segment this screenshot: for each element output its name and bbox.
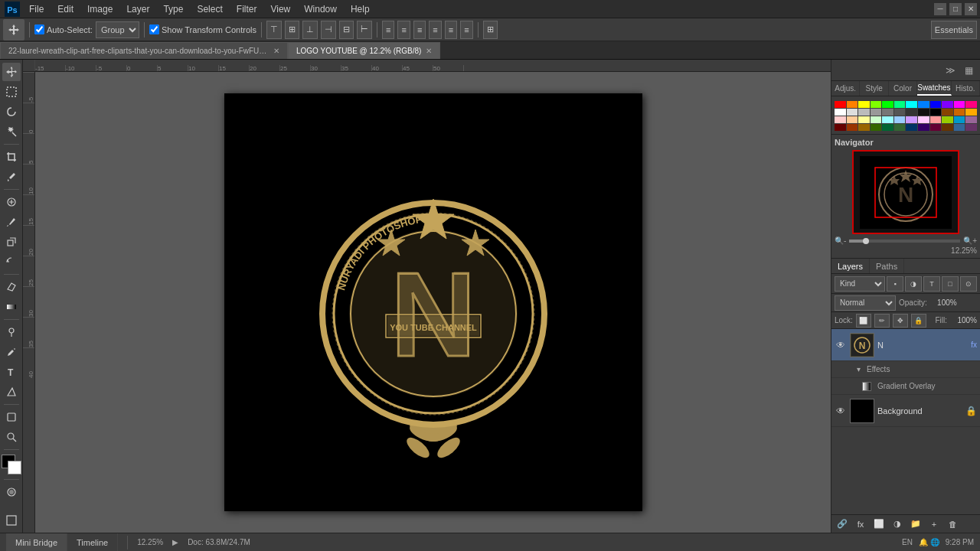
gradient-tool[interactable] bbox=[2, 298, 21, 316]
canvas-viewport[interactable]: N N YOU TUBE CHANNEL NURYADI PHOTOSHOP bbox=[35, 72, 831, 533]
swatch-near-black[interactable] bbox=[918, 109, 929, 116]
swatch-sienna[interactable] bbox=[942, 124, 953, 131]
essentials-button[interactable]: Essentials bbox=[931, 21, 977, 39]
swatch-cyan[interactable] bbox=[906, 101, 917, 108]
close-button[interactable]: ✕ bbox=[965, 3, 977, 15]
dodge-tool[interactable] bbox=[2, 323, 21, 341]
layer-adjustment-filter-icon[interactable]: ◑ bbox=[905, 276, 922, 292]
show-transform-checkbox[interactable]: Show Transform Controls bbox=[149, 24, 256, 34]
swatch-rose[interactable] bbox=[965, 101, 977, 108]
layer-mask-icon[interactable]: ⬜ bbox=[871, 517, 887, 531]
distribute-center-button[interactable]: ≡ bbox=[397, 21, 410, 39]
screen-mode-tool[interactable] bbox=[2, 511, 21, 530]
layer-pixel-filter-icon[interactable]: ▪ bbox=[887, 276, 903, 292]
auto-select-checkbox[interactable]: Auto-Select: bbox=[34, 24, 93, 34]
swatch-light-yellow[interactable] bbox=[858, 116, 870, 123]
shape-tool[interactable] bbox=[2, 408, 21, 426]
swatch-light-cyan[interactable] bbox=[882, 116, 893, 123]
layers-tab[interactable]: Layers bbox=[831, 259, 870, 273]
swatch-dark-purple[interactable] bbox=[965, 124, 977, 131]
crop-tool[interactable] bbox=[2, 148, 21, 166]
swatch-dark-rose[interactable] bbox=[930, 124, 942, 131]
layer-style-icon[interactable]: fx bbox=[853, 517, 868, 531]
swatch-white[interactable] bbox=[835, 109, 846, 116]
layer-shape-filter-icon[interactable]: □ bbox=[942, 276, 959, 292]
style-tab[interactable]: Style bbox=[860, 81, 888, 96]
swatch-red[interactable] bbox=[835, 101, 846, 108]
swatch-gray2[interactable] bbox=[871, 109, 882, 116]
menu-edit[interactable]: Edit bbox=[51, 2, 80, 16]
tab-0-close[interactable]: ✕ bbox=[273, 47, 279, 55]
tab-1[interactable]: LOGO YOUTUBE @ 12.2% (RGB/8) ✕ bbox=[288, 42, 440, 59]
brush-tool[interactable] bbox=[2, 213, 21, 231]
effects-toggle-icon[interactable]: ▾ bbox=[853, 364, 864, 375]
distribute-right-button[interactable]: ≡ bbox=[460, 21, 472, 39]
lock-pixels-button[interactable]: ✏ bbox=[874, 314, 890, 328]
swatch-lime[interactable] bbox=[871, 101, 882, 108]
swatch-purple[interactable] bbox=[965, 116, 977, 123]
clone-tool[interactable] bbox=[2, 233, 21, 251]
swatch-dark-green2[interactable] bbox=[894, 124, 906, 131]
menu-filter[interactable]: Filter bbox=[230, 2, 263, 16]
layer-effects-item[interactable]: ▾ Effects bbox=[831, 361, 980, 378]
swatch-light-pink2[interactable] bbox=[918, 116, 929, 123]
swatch-azure[interactable] bbox=[918, 101, 929, 108]
swatch-brown[interactable] bbox=[942, 109, 953, 116]
layer-background[interactable]: 👁 Background 🔒 bbox=[831, 395, 980, 427]
maximize-button[interactable]: □ bbox=[949, 3, 962, 15]
menu-type[interactable]: Type bbox=[157, 2, 189, 16]
layer-kind-select[interactable]: Kind bbox=[835, 276, 885, 292]
layer-n-visibility-icon[interactable]: 👁 bbox=[835, 339, 847, 351]
swatch-steel-blue[interactable] bbox=[954, 124, 965, 131]
menu-view[interactable]: View bbox=[264, 2, 296, 16]
layer-bg-visibility-icon[interactable]: 👁 bbox=[835, 405, 847, 417]
layer-new-icon[interactable]: + bbox=[926, 517, 942, 531]
layer-link-icon[interactable]: 🔗 bbox=[835, 517, 850, 531]
layer-text-filter-icon[interactable]: T bbox=[923, 276, 940, 292]
adjust-tab[interactable]: Adjus. bbox=[831, 81, 860, 96]
lock-position-button[interactable]: ✥ bbox=[893, 314, 908, 328]
minimize-button[interactable]: ─ bbox=[934, 3, 946, 15]
align-top-button[interactable]: ⊤ bbox=[266, 21, 282, 39]
color-tab[interactable]: Color bbox=[889, 81, 917, 96]
color-swatch-area[interactable] bbox=[2, 455, 21, 474]
swatch-gray4[interactable] bbox=[894, 109, 906, 116]
history-brush-tool[interactable] bbox=[2, 253, 21, 271]
lasso-tool[interactable] bbox=[2, 103, 21, 121]
menu-layer[interactable]: Layer bbox=[120, 2, 155, 16]
swatch-dark-gray[interactable] bbox=[906, 109, 917, 116]
eyedropper-tool[interactable] bbox=[2, 168, 21, 186]
swatch-gray1[interactable] bbox=[858, 109, 870, 116]
panel-grid-icon[interactable]: ▦ bbox=[960, 62, 977, 79]
align-bottom-button[interactable]: ⊥ bbox=[302, 21, 318, 39]
layer-delete-icon[interactable]: 🗑 bbox=[945, 517, 960, 531]
layer-n[interactable]: 👁 N N fx bbox=[831, 329, 980, 361]
swatch-yellow-green[interactable] bbox=[942, 116, 953, 123]
path-select-tool[interactable] bbox=[2, 383, 21, 401]
swatch-dark-brown[interactable] bbox=[847, 124, 858, 131]
swatch-gray3[interactable] bbox=[882, 109, 893, 116]
swatch-dark-gold[interactable] bbox=[858, 124, 870, 131]
menu-select[interactable]: Select bbox=[191, 2, 228, 16]
swatch-forest[interactable] bbox=[882, 124, 893, 131]
menu-image[interactable]: Image bbox=[81, 2, 119, 16]
text-tool[interactable]: T bbox=[2, 363, 21, 381]
swatch-light-pink[interactable] bbox=[835, 116, 846, 123]
move-tool-icon[interactable] bbox=[3, 19, 24, 41]
swatch-black[interactable] bbox=[930, 109, 942, 116]
pen-tool[interactable] bbox=[2, 343, 21, 361]
distribute-top-button[interactable]: ≡ bbox=[382, 21, 394, 39]
panel-expand-icon[interactable]: ≫ bbox=[942, 62, 959, 79]
timeline-tab[interactable]: Timeline bbox=[67, 533, 118, 552]
quick-mask-tool[interactable] bbox=[2, 483, 21, 501]
auto-select-dropdown[interactable]: Group Layer bbox=[96, 21, 139, 38]
menu-help[interactable]: Help bbox=[345, 2, 376, 16]
swatch-yellow[interactable] bbox=[858, 101, 870, 108]
menu-file[interactable]: File bbox=[23, 2, 50, 16]
layer-gradient-overlay-item[interactable]: Gradient Overlay bbox=[831, 378, 980, 395]
swatch-dark-green[interactable] bbox=[871, 124, 882, 131]
swatch-navy[interactable] bbox=[906, 124, 917, 131]
marquee-tool[interactable] bbox=[2, 83, 21, 101]
tab-1-close[interactable]: ✕ bbox=[426, 47, 432, 55]
zoom-arrow-icon[interactable]: ▶ bbox=[169, 536, 181, 549]
